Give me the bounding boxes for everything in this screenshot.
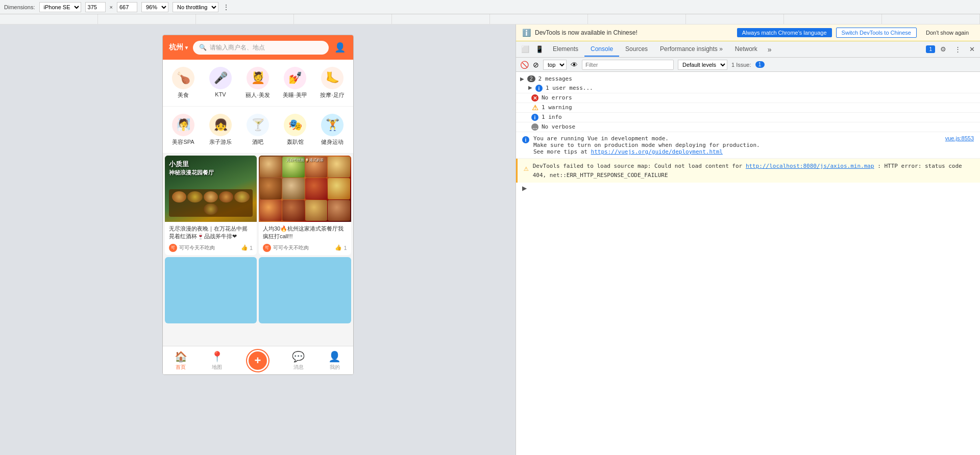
throttle-select[interactable]: No throttling bbox=[173, 2, 218, 12]
category-nail-icon: 💅 bbox=[284, 67, 306, 89]
nav-messages[interactable]: 💬 消息 bbox=[292, 350, 305, 371]
category-spa-label: 美容SPA bbox=[172, 138, 194, 146]
tab-console[interactable]: Console bbox=[584, 42, 619, 57]
console-log-area: ▶ 2 2 messages ▶ i 1 user mess... ✕ No e… bbox=[516, 72, 980, 455]
category-massage[interactable]: 🦶 按摩·足疗 bbox=[314, 64, 351, 102]
messages-icon: 💬 bbox=[292, 350, 305, 363]
feed-card-3[interactable] bbox=[165, 257, 257, 323]
switch-chinese-button[interactable]: Switch DevTools to Chinese bbox=[836, 28, 917, 38]
device-icon[interactable]: 📱 bbox=[532, 43, 547, 55]
nav-map[interactable]: 📍 地图 bbox=[211, 350, 224, 371]
like-icon-1: 👍 bbox=[241, 244, 248, 251]
vue-log-line2: Make sure to turn on production mode whe… bbox=[533, 142, 941, 148]
card2-footer: 可 可可今天不吃肉 👍 1 bbox=[263, 244, 347, 252]
user-icon[interactable]: 👤 bbox=[333, 40, 347, 55]
warning-prefix: DevTools failed to load source map: Coul… bbox=[533, 163, 746, 169]
category-gym[interactable]: 🏋 健身运动 bbox=[314, 111, 351, 149]
vue-source-link[interactable]: vue.js:8553 bbox=[945, 135, 974, 141]
messages-group-header[interactable]: ▶ 2 2 messages bbox=[516, 74, 980, 84]
close-devtools-icon[interactable]: ✕ bbox=[966, 43, 978, 56]
category-food-label: 美食 bbox=[178, 91, 189, 99]
notification-info-icon: ℹ️ bbox=[522, 29, 531, 37]
vertical-dots-icon[interactable]: ⋮ bbox=[951, 43, 964, 56]
feed-card-4[interactable] bbox=[259, 257, 351, 323]
tab-elements[interactable]: Elements bbox=[547, 42, 584, 57]
add-button[interactable]: + bbox=[247, 350, 268, 371]
category-food[interactable]: 🍗 美食 bbox=[165, 64, 202, 102]
verbose-icon: … bbox=[531, 123, 538, 131]
nav-messages-label: 消息 bbox=[293, 364, 304, 371]
info-text: 1 info bbox=[542, 114, 562, 120]
messages-label: 2 messages bbox=[538, 75, 572, 82]
category-party-label: 轰趴馆 bbox=[287, 138, 304, 146]
match-language-button[interactable]: Always match Chrome's language bbox=[737, 28, 832, 37]
card2-like-count: 1 bbox=[344, 245, 347, 251]
nav-add[interactable]: + bbox=[247, 350, 268, 371]
warning-text: 1 warning bbox=[542, 104, 572, 111]
card2-user: 可 可可今天不吃肉 bbox=[263, 244, 309, 252]
eye-icon[interactable]: 👁 bbox=[571, 61, 578, 69]
settings-icon[interactable]: ⋮ bbox=[223, 3, 230, 11]
width-input[interactable] bbox=[85, 2, 106, 12]
category-bar[interactable]: 🍸 酒吧 bbox=[239, 111, 277, 149]
feed-card-1[interactable]: 小质里 神秘浪漫花园餐厅 无尽浪漫的夜晚｜在万花丛中摇晃着红酒杯🍷品战斧牛排❤ … bbox=[165, 156, 257, 255]
context-select[interactable]: top bbox=[543, 60, 567, 70]
category-bar-label: 酒吧 bbox=[252, 138, 263, 146]
nav-profile[interactable]: 👤 我的 bbox=[328, 350, 341, 371]
vue-log-entry: i You are running Vue in development mod… bbox=[516, 132, 980, 159]
vue-deployment-link[interactable]: https://vuejs.org/guide/deployment.html bbox=[591, 148, 723, 155]
tab-sources[interactable]: Sources bbox=[619, 42, 654, 57]
user-msg-toggle: ▶ bbox=[528, 85, 532, 90]
home-icon: 🏠 bbox=[175, 350, 187, 363]
axios-map-link[interactable]: http://localhost:8080/js/axios.min.map bbox=[746, 163, 874, 169]
nav-map-label: 地图 bbox=[212, 364, 222, 371]
user-messages-item: ▶ i 1 user mess... bbox=[516, 84, 980, 93]
more-tabs-button[interactable]: » bbox=[764, 43, 776, 56]
settings-icon[interactable]: ⚙ bbox=[937, 43, 949, 56]
tab-performance[interactable]: Performance insights » bbox=[654, 42, 729, 57]
prohibit-icon[interactable]: 🚫 bbox=[520, 61, 529, 69]
dimensions-label: Dimensions: bbox=[4, 4, 35, 10]
search-bar[interactable]: 🔍 请输入商户名、地点 bbox=[193, 41, 328, 55]
category-party[interactable]: 🎭 轰趴馆 bbox=[277, 111, 314, 149]
category-beauty[interactable]: 💆 丽人·美发 bbox=[239, 64, 277, 102]
feed-image-2: 元台竹丝面 🍦港式奶茶 bbox=[259, 156, 351, 222]
category-nail[interactable]: 💅 美睡·美甲 bbox=[277, 64, 314, 102]
devtools-toolbar2: 🚫 ⊘ top 👁 Default levels 1 Issue: 1 bbox=[516, 58, 980, 72]
vue-log-content: You are running Vue in development mode.… bbox=[533, 135, 941, 155]
dont-show-button[interactable]: Don't show again bbox=[921, 28, 974, 37]
devtools-tabs: ⬜ 📱 Elements Console Sources Performance… bbox=[516, 41, 980, 58]
info-icon-2: i bbox=[531, 114, 538, 121]
card1-footer: 可 可可今天不吃肉 👍 1 bbox=[169, 244, 253, 252]
feed-card-2[interactable]: 元台竹丝面 🍦港式奶茶 人均30🔥杭州这家港式茶餐厅我疯狂打call!!! 可 … bbox=[259, 156, 351, 255]
category-spa[interactable]: 🧖 美容SPA bbox=[165, 111, 202, 149]
no-errors-item: ✕ No errors bbox=[516, 93, 980, 103]
category-gym-label: 健身运动 bbox=[321, 138, 344, 146]
filter-input[interactable] bbox=[582, 60, 674, 70]
nav-home[interactable]: 🏠 首页 bbox=[175, 350, 187, 371]
card2-content: 人均30🔥杭州这家港式茶餐厅我疯狂打call!!! 可 可可今天不吃肉 👍 1 bbox=[259, 222, 351, 255]
tab-network[interactable]: Network bbox=[729, 42, 764, 57]
card2-username: 可可今天不吃肉 bbox=[273, 244, 309, 251]
card2-avatar: 可 bbox=[263, 244, 271, 252]
clear-icon[interactable]: ⊘ bbox=[533, 61, 539, 69]
card1-overlay-line1: 小质里 bbox=[169, 160, 214, 169]
device-selector[interactable]: iPhone SE bbox=[39, 2, 81, 12]
warning-triangle-icon: ⚠ bbox=[524, 162, 529, 175]
vue-log-info-icon: i bbox=[522, 136, 529, 143]
card1-username: 可可今天不吃肉 bbox=[179, 244, 215, 251]
category-kids[interactable]: 👧 亲子游乐 bbox=[202, 111, 239, 149]
zoom-select[interactable]: 96% bbox=[141, 2, 168, 12]
inspect-icon[interactable]: ⬜ bbox=[518, 43, 532, 55]
height-input[interactable] bbox=[117, 2, 137, 12]
devtools-tab-icons: 1 ⚙ ⋮ ✕ bbox=[926, 43, 978, 56]
level-select[interactable]: Default levels bbox=[678, 60, 727, 70]
devtools-notification: ℹ️ DevTools is now available in Chinese!… bbox=[516, 24, 980, 41]
issues-count-badge[interactable]: 1 bbox=[926, 45, 935, 53]
category-ktv-label: KTV bbox=[215, 91, 226, 97]
city-selector[interactable]: 杭州 ▼ bbox=[169, 43, 189, 52]
category-ktv[interactable]: 🎤 KTV bbox=[202, 64, 239, 102]
category-kids-icon: 👧 bbox=[209, 114, 232, 136]
info-item: i 1 info bbox=[516, 113, 980, 122]
expand-warning-btn[interactable]: ▶ bbox=[516, 183, 980, 194]
